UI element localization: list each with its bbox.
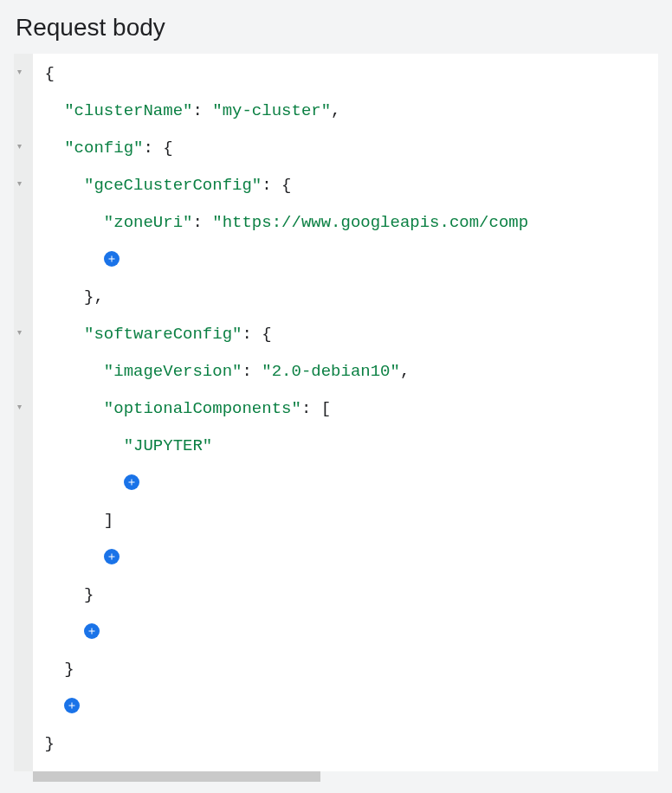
scrollbar-thumb[interactable] (33, 771, 320, 782)
plus-icon (107, 254, 117, 264)
bracket-close: ] (104, 511, 113, 530)
fold-toggle[interactable]: ▾ (17, 68, 22, 76)
json-string: "https://www.googleapis.com/comp (212, 213, 528, 232)
plus-icon (126, 477, 137, 487)
brace-close: } (44, 734, 54, 753)
code-line (35, 465, 656, 502)
colon: : (301, 399, 321, 418)
json-string: "my-cluster" (212, 101, 331, 120)
comma: , (400, 362, 410, 381)
colon: : (192, 213, 212, 232)
fold-toggle[interactable]: ▾ (17, 179, 22, 188)
add-property-button[interactable] (64, 698, 80, 713)
code-line: { (35, 55, 656, 93)
brace-close: } (84, 585, 94, 604)
code-area[interactable]: { "clusterName": "my-cluster", "config":… (33, 54, 658, 771)
code-line (35, 242, 656, 279)
add-property-button[interactable] (104, 251, 120, 267)
horizontal-scrollbar[interactable] (14, 771, 658, 782)
add-array-item-button[interactable] (124, 474, 139, 490)
brace-open: { (281, 176, 291, 195)
code-line: "config": { (35, 130, 656, 167)
code-line: "zoneUri": "https://www.googleapis.com/c… (35, 204, 656, 242)
fold-toggle[interactable]: ▾ (17, 328, 22, 337)
code-line: "softwareConfig": { (35, 316, 656, 353)
bracket-open: [ (321, 399, 331, 418)
colon: : (192, 101, 212, 120)
comma: , (331, 101, 340, 120)
plus-icon (107, 551, 117, 562)
json-key: "gceClusterConfig" (84, 176, 262, 195)
colon: : (262, 176, 281, 195)
fold-toggle[interactable]: ▾ (17, 403, 22, 411)
brace-open: { (44, 64, 54, 83)
json-editor: ▾ ▾ ▾ ▾ ▾ { "clusterName": "my-cluster",… (14, 54, 658, 771)
code-line: } (35, 651, 656, 688)
code-line (35, 688, 656, 725)
code-line: "gceClusterConfig": { (35, 167, 656, 204)
code-line (35, 614, 656, 651)
code-line (35, 539, 656, 577)
json-key: "optionalComponents" (104, 399, 301, 418)
fold-gutter: ▾ ▾ ▾ ▾ ▾ (14, 54, 33, 771)
code-line: } (35, 577, 656, 614)
json-key: "config" (64, 139, 143, 158)
code-line: } (35, 725, 656, 763)
code-line: "imageVersion": "2.0-debian10", (35, 353, 656, 390)
brace-close: } (64, 660, 74, 679)
section-title: Request body (14, 14, 658, 42)
json-key: "imageVersion" (104, 362, 242, 381)
code-line: "optionalComponents": [ (35, 390, 656, 428)
code-line: "clusterName": "my-cluster", (35, 93, 656, 130)
brace-close: }, (84, 287, 104, 306)
plus-icon (87, 626, 97, 636)
add-property-button[interactable] (84, 623, 100, 639)
json-string: "2.0-debian10" (262, 362, 400, 381)
json-key: "clusterName" (64, 101, 192, 120)
json-key: "zoneUri" (104, 213, 193, 232)
json-key: "softwareConfig" (84, 325, 242, 344)
add-property-button[interactable] (104, 549, 120, 564)
code-line: }, (35, 279, 656, 316)
plus-icon (67, 700, 77, 711)
colon: : (143, 139, 163, 158)
code-line: ] (35, 502, 656, 539)
json-string: "JUPYTER" (124, 436, 213, 455)
colon: : (242, 362, 262, 381)
brace-open: { (163, 139, 172, 158)
fold-toggle[interactable]: ▾ (17, 142, 22, 151)
brace-open: { (262, 325, 271, 344)
colon: : (242, 325, 262, 344)
code-line: "JUPYTER" (35, 428, 656, 465)
